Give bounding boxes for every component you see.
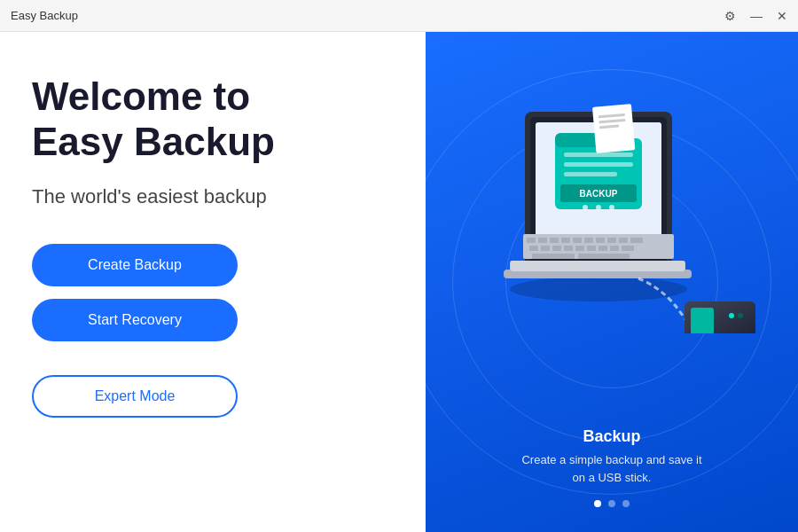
settings-icon[interactable]: ⚙ xyxy=(724,10,736,22)
titlebar: Easy Backup ⚙ — ✕ xyxy=(0,0,798,32)
svg-point-15 xyxy=(609,205,614,210)
svg-rect-37 xyxy=(587,246,596,251)
svg-rect-7 xyxy=(555,133,599,147)
svg-rect-9 xyxy=(564,162,633,167)
svg-point-46 xyxy=(729,313,734,318)
svg-rect-26 xyxy=(573,238,582,243)
svg-rect-23 xyxy=(538,238,547,243)
svg-text:BACKUP: BACKUP xyxy=(580,189,618,199)
svg-point-47 xyxy=(738,313,743,318)
welcome-heading: Welcome to Easy Backup xyxy=(32,74,394,164)
heading-line2: Easy Backup xyxy=(32,120,275,163)
svg-rect-42 xyxy=(578,254,630,259)
svg-rect-24 xyxy=(550,238,559,243)
app-title: Easy Backup xyxy=(11,9,78,22)
svg-rect-8 xyxy=(564,153,633,157)
svg-rect-36 xyxy=(575,246,584,251)
svg-rect-10 xyxy=(564,172,617,176)
svg-rect-27 xyxy=(584,238,593,243)
svg-rect-45 xyxy=(691,308,714,333)
left-panel: Welcome to Easy Backup The world's easie… xyxy=(0,32,426,532)
caption-desc: Create a simple backup and save it on a … xyxy=(514,451,709,486)
svg-point-13 xyxy=(583,205,588,210)
illustration: BACKUP xyxy=(461,50,763,351)
create-backup-button[interactable]: Create Backup xyxy=(32,244,238,286)
caption-title: Backup xyxy=(514,427,709,446)
caption-area: Backup Create a simple backup and save i… xyxy=(514,427,709,507)
expert-mode-button[interactable]: Expert Mode xyxy=(32,375,238,418)
svg-rect-31 xyxy=(630,238,643,243)
right-panel: BACKUP xyxy=(426,32,798,532)
dot-1[interactable] xyxy=(594,500,601,507)
svg-rect-40 xyxy=(622,246,634,251)
svg-rect-29 xyxy=(607,238,616,243)
svg-rect-25 xyxy=(561,238,570,243)
close-icon[interactable]: ✕ xyxy=(777,10,787,22)
svg-rect-28 xyxy=(596,238,605,243)
svg-point-0 xyxy=(510,277,687,301)
svg-rect-41 xyxy=(532,254,575,259)
window-controls: ⚙ — ✕ xyxy=(724,10,787,22)
carousel-dots xyxy=(514,500,709,507)
minimize-icon[interactable]: — xyxy=(750,10,763,22)
svg-rect-39 xyxy=(610,246,619,251)
svg-rect-32 xyxy=(529,246,538,251)
svg-rect-33 xyxy=(541,246,550,251)
start-recovery-button[interactable]: Start Recovery xyxy=(32,299,238,341)
svg-point-14 xyxy=(596,205,601,210)
svg-rect-34 xyxy=(552,246,561,251)
svg-rect-20 xyxy=(511,261,685,271)
heading-line1: Welcome to xyxy=(32,74,250,118)
svg-rect-30 xyxy=(619,238,628,243)
dot-3[interactable] xyxy=(622,500,630,507)
dot-2[interactable] xyxy=(608,500,615,507)
svg-rect-16 xyxy=(592,104,635,153)
main-layout: Welcome to Easy Backup The world's easie… xyxy=(0,32,798,532)
svg-rect-38 xyxy=(598,246,607,251)
svg-rect-22 xyxy=(527,238,536,243)
subtitle: The world's easiest backup xyxy=(32,185,394,208)
svg-rect-35 xyxy=(564,246,573,251)
